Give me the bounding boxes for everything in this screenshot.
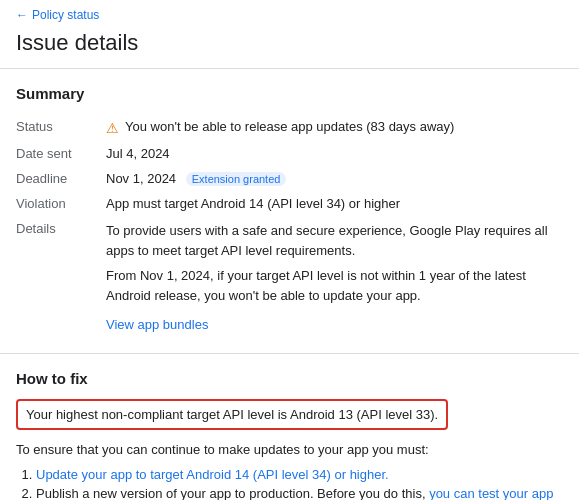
steps-list: Update your app to target Android 14 (AP… <box>36 467 563 500</box>
step-2-text: Publish a new version of your app to pro… <box>36 486 553 500</box>
table-row: Violation App must target Android 14 (AP… <box>16 191 563 216</box>
how-to-fix-heading: How to fix <box>16 370 563 387</box>
view-app-bundles-link[interactable]: View app bundles <box>106 317 208 332</box>
list-item: Publish a new version of your app to pro… <box>36 486 563 500</box>
policy-status-link[interactable]: Policy status <box>32 8 99 22</box>
intro-text: To ensure that you can continue to make … <box>16 442 563 457</box>
violation-value: App must target Android 14 (API level 34… <box>106 191 563 216</box>
api-level-highlight: Your highest non-compliant target API le… <box>16 399 448 430</box>
date-sent-value: Jul 4, 2024 <box>106 141 563 166</box>
details-value: To provide users with a safe and secure … <box>106 216 563 337</box>
deadline-label: Deadline <box>16 166 106 191</box>
details-label: Details <box>16 216 106 337</box>
summary-table: Status ⚠ You won't be able to release ap… <box>16 114 563 337</box>
violation-label: Violation <box>16 191 106 216</box>
warning-icon: ⚠ <box>106 120 119 136</box>
how-to-fix-section: How to fix Your highest non-compliant ta… <box>0 354 579 500</box>
extension-badge: Extension granted <box>186 172 287 186</box>
table-row: Details To provide users with a safe and… <box>16 216 563 337</box>
details-para-1: To provide users with a safe and secure … <box>106 221 563 260</box>
deadline-date: Nov 1, 2024 <box>106 171 176 186</box>
step-1-link[interactable]: Update your app to target Android 14 (AP… <box>36 467 389 482</box>
date-sent-label: Date sent <box>16 141 106 166</box>
status-label: Status <box>16 114 106 141</box>
step-2-link[interactable]: you can test your app <box>429 486 553 500</box>
back-arrow-icon: ← <box>16 8 28 22</box>
table-row: Status ⚠ You won't be able to release ap… <box>16 114 563 141</box>
table-row: Date sent Jul 4, 2024 <box>16 141 563 166</box>
status-value: ⚠ You won't be able to release app updat… <box>106 114 563 141</box>
status-text: You won't be able to release app updates… <box>125 119 454 134</box>
table-row: Deadline Nov 1, 2024 Extension granted <box>16 166 563 191</box>
page-title: Issue details <box>0 26 579 68</box>
summary-heading: Summary <box>16 85 563 102</box>
summary-section: Summary Status ⚠ You won't be able to re… <box>0 69 579 353</box>
breadcrumb: ← Policy status <box>0 0 579 26</box>
list-item: Update your app to target Android 14 (AP… <box>36 467 563 482</box>
details-para-2: From Nov 1, 2024, if your target API lev… <box>106 266 563 305</box>
deadline-value: Nov 1, 2024 Extension granted <box>106 166 563 191</box>
